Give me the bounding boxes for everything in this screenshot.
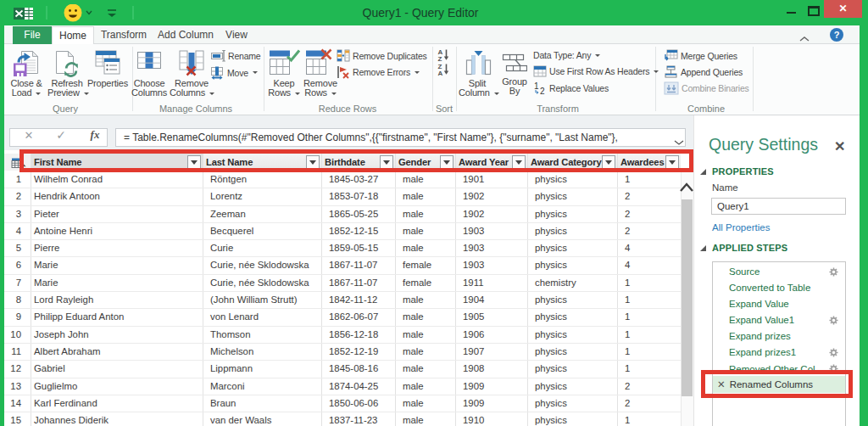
svg-text:2: 2 — [540, 87, 545, 95]
svg-text:Z: Z — [438, 55, 442, 62]
svg-text:A: A — [438, 70, 443, 76]
svg-text:1: 1 — [534, 81, 539, 91]
